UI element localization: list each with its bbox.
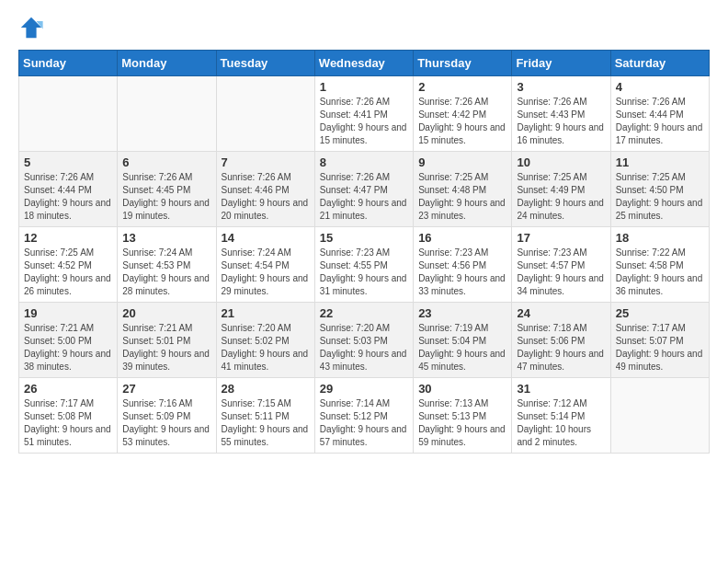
sunset-text: Sunset: 4:55 PM xyxy=(320,260,388,270)
day-number: 10 xyxy=(517,155,605,169)
calendar-day-cell xyxy=(118,76,216,152)
daylight-text: Daylight: 9 hours and 49 minutes. xyxy=(616,349,703,372)
daylight-text: Daylight: 9 hours and 57 minutes. xyxy=(320,424,407,447)
calendar-day-cell: 22 Sunrise: 7:20 AM Sunset: 5:03 PM Dayl… xyxy=(314,303,413,378)
day-info: Sunrise: 7:22 AM Sunset: 4:58 PM Dayligh… xyxy=(616,247,704,298)
daylight-text: Daylight: 9 hours and 36 minutes. xyxy=(616,273,703,296)
sunrise-text: Sunrise: 7:25 AM xyxy=(418,172,488,182)
day-info: Sunrise: 7:14 AM Sunset: 5:12 PM Dayligh… xyxy=(320,397,408,449)
day-info: Sunrise: 7:24 AM Sunset: 4:53 PM Dayligh… xyxy=(122,247,210,298)
calendar-day-cell xyxy=(19,76,118,152)
daylight-text: Daylight: 9 hours and 45 minutes. xyxy=(418,349,506,372)
calendar-day-cell: 27 Sunrise: 7:16 AM Sunset: 5:09 PM Dayl… xyxy=(118,378,216,454)
day-info: Sunrise: 7:25 AM Sunset: 4:50 PM Dayligh… xyxy=(616,171,704,223)
calendar-day-cell: 14 Sunrise: 7:24 AM Sunset: 4:54 PM Dayl… xyxy=(216,227,314,303)
day-info: Sunrise: 7:26 AM Sunset: 4:47 PM Dayligh… xyxy=(320,171,408,223)
day-info: Sunrise: 7:18 AM Sunset: 5:06 PM Dayligh… xyxy=(517,322,605,373)
day-info: Sunrise: 7:23 AM Sunset: 4:55 PM Dayligh… xyxy=(320,247,408,298)
sunrise-text: Sunrise: 7:20 AM xyxy=(222,323,291,333)
day-info: Sunrise: 7:25 AM Sunset: 4:49 PM Dayligh… xyxy=(517,171,605,223)
calendar-day-cell: 16 Sunrise: 7:23 AM Sunset: 4:56 PM Dayl… xyxy=(414,227,512,303)
daylight-text: Daylight: 9 hours and 53 minutes. xyxy=(122,424,210,447)
sunset-text: Sunset: 4:44 PM xyxy=(24,185,92,195)
day-info: Sunrise: 7:17 AM Sunset: 5:07 PM Dayligh… xyxy=(616,322,704,373)
sunset-text: Sunset: 4:45 PM xyxy=(122,185,190,195)
sunrise-text: Sunrise: 7:25 AM xyxy=(517,172,586,182)
day-number: 25 xyxy=(616,306,704,320)
day-info: Sunrise: 7:23 AM Sunset: 4:56 PM Dayligh… xyxy=(418,247,506,298)
daylight-text: Daylight: 9 hours and 18 minutes. xyxy=(24,198,111,221)
svg-marker-0 xyxy=(21,17,41,38)
daylight-text: Daylight: 9 hours and 38 minutes. xyxy=(24,349,111,372)
daylight-text: Daylight: 9 hours and 19 minutes. xyxy=(122,198,210,221)
sunset-text: Sunset: 4:44 PM xyxy=(616,109,684,120)
daylight-text: Daylight: 9 hours and 43 minutes. xyxy=(320,349,407,372)
calendar-day-cell: 28 Sunrise: 7:15 AM Sunset: 5:11 PM Dayl… xyxy=(216,378,314,454)
day-number: 17 xyxy=(517,231,605,245)
sunrise-text: Sunrise: 7:26 AM xyxy=(122,172,192,182)
sunrise-text: Sunrise: 7:12 AM xyxy=(517,398,586,408)
calendar-header-row: SundayMondayTuesdayWednesdayThursdayFrid… xyxy=(19,51,710,76)
sunset-text: Sunset: 4:46 PM xyxy=(222,185,290,195)
sunrise-text: Sunrise: 7:21 AM xyxy=(24,323,94,333)
day-number: 21 xyxy=(222,306,310,320)
day-number: 4 xyxy=(616,80,704,94)
day-info: Sunrise: 7:16 AM Sunset: 5:09 PM Dayligh… xyxy=(122,397,210,449)
sunrise-text: Sunrise: 7:14 AM xyxy=(320,398,390,408)
sunset-text: Sunset: 5:12 PM xyxy=(320,411,388,421)
day-info: Sunrise: 7:26 AM Sunset: 4:44 PM Dayligh… xyxy=(616,96,704,147)
day-number: 6 xyxy=(122,155,210,169)
sunrise-text: Sunrise: 7:26 AM xyxy=(320,97,390,107)
day-number: 29 xyxy=(320,382,408,396)
sunset-text: Sunset: 5:03 PM xyxy=(320,336,388,346)
daylight-text: Daylight: 9 hours and 59 minutes. xyxy=(418,424,506,447)
sunrise-text: Sunrise: 7:13 AM xyxy=(418,398,488,408)
sunset-text: Sunset: 4:52 PM xyxy=(24,260,92,270)
weekday-header: Tuesday xyxy=(216,51,314,76)
sunrise-text: Sunrise: 7:17 AM xyxy=(616,323,686,333)
header xyxy=(18,15,710,40)
daylight-text: Daylight: 9 hours and 17 minutes. xyxy=(616,122,703,145)
day-info: Sunrise: 7:26 AM Sunset: 4:45 PM Dayligh… xyxy=(122,171,210,223)
calendar-day-cell: 24 Sunrise: 7:18 AM Sunset: 5:06 PM Dayl… xyxy=(512,303,610,378)
weekday-header: Sunday xyxy=(19,51,118,76)
daylight-text: Daylight: 9 hours and 25 minutes. xyxy=(616,198,703,221)
calendar-day-cell: 17 Sunrise: 7:23 AM Sunset: 4:57 PM Dayl… xyxy=(512,227,610,303)
sunset-text: Sunset: 5:00 PM xyxy=(24,336,92,346)
day-info: Sunrise: 7:12 AM Sunset: 5:14 PM Dayligh… xyxy=(517,397,605,449)
daylight-text: Daylight: 9 hours and 51 minutes. xyxy=(24,424,111,447)
day-number: 28 xyxy=(222,382,310,396)
weekday-header: Monday xyxy=(118,51,216,76)
sunrise-text: Sunrise: 7:16 AM xyxy=(122,398,192,408)
calendar-day-cell: 23 Sunrise: 7:19 AM Sunset: 5:04 PM Dayl… xyxy=(414,303,512,378)
daylight-text: Daylight: 9 hours and 31 minutes. xyxy=(320,273,407,296)
daylight-text: Daylight: 9 hours and 15 minutes. xyxy=(320,122,407,145)
day-info: Sunrise: 7:15 AM Sunset: 5:11 PM Dayligh… xyxy=(222,397,310,449)
weekday-header: Saturday xyxy=(610,51,709,76)
sunset-text: Sunset: 4:42 PM xyxy=(418,109,486,120)
sunset-text: Sunset: 5:13 PM xyxy=(418,411,486,421)
sunset-text: Sunset: 5:01 PM xyxy=(122,336,190,346)
sunrise-text: Sunrise: 7:26 AM xyxy=(616,97,686,107)
sunrise-text: Sunrise: 7:26 AM xyxy=(517,97,586,107)
day-number: 18 xyxy=(616,231,704,245)
daylight-text: Daylight: 9 hours and 20 minutes. xyxy=(222,198,309,221)
daylight-text: Daylight: 9 hours and 23 minutes. xyxy=(418,198,506,221)
calendar-day-cell: 10 Sunrise: 7:25 AM Sunset: 4:49 PM Dayl… xyxy=(512,152,610,227)
day-info: Sunrise: 7:26 AM Sunset: 4:44 PM Dayligh… xyxy=(24,171,112,223)
sunrise-text: Sunrise: 7:24 AM xyxy=(122,247,192,258)
calendar-day-cell: 11 Sunrise: 7:25 AM Sunset: 4:50 PM Dayl… xyxy=(610,152,709,227)
calendar-day-cell: 29 Sunrise: 7:14 AM Sunset: 5:12 PM Dayl… xyxy=(314,378,413,454)
day-info: Sunrise: 7:21 AM Sunset: 5:01 PM Dayligh… xyxy=(122,322,210,373)
day-info: Sunrise: 7:21 AM Sunset: 5:00 PM Dayligh… xyxy=(24,322,112,373)
calendar-day-cell: 20 Sunrise: 7:21 AM Sunset: 5:01 PM Dayl… xyxy=(118,303,216,378)
sunset-text: Sunset: 5:06 PM xyxy=(517,336,585,346)
calendar-day-cell xyxy=(216,76,314,152)
day-number: 16 xyxy=(418,231,506,245)
day-info: Sunrise: 7:13 AM Sunset: 5:13 PM Dayligh… xyxy=(418,397,506,449)
day-number: 27 xyxy=(122,382,210,396)
sunset-text: Sunset: 5:04 PM xyxy=(418,336,486,346)
day-info: Sunrise: 7:19 AM Sunset: 5:04 PM Dayligh… xyxy=(418,322,506,373)
day-info: Sunrise: 7:20 AM Sunset: 5:03 PM Dayligh… xyxy=(320,322,408,373)
calendar-day-cell: 18 Sunrise: 7:22 AM Sunset: 4:58 PM Dayl… xyxy=(610,227,709,303)
